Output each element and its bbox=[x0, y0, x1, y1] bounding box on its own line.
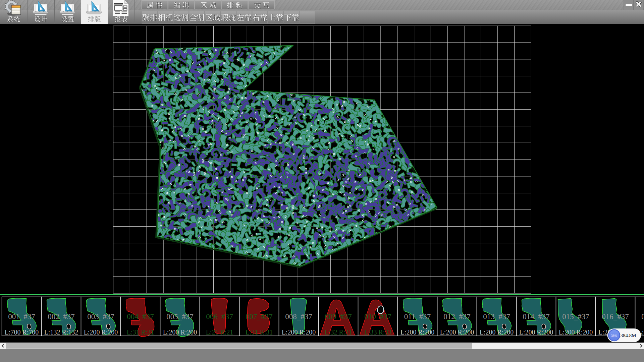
svg-text:005_#37: 005_#37 bbox=[166, 312, 194, 321]
svg-text:006_#37: 006_#37 bbox=[206, 312, 233, 321]
svg-text:L:200 R:200: L:200 R:200 bbox=[559, 328, 593, 336]
svg-text:L:200 R:200: L:200 R:200 bbox=[480, 328, 514, 336]
svg-text:384.8M: 384.8M bbox=[620, 333, 636, 338]
svg-text:011_#37: 011_#37 bbox=[404, 312, 431, 321]
svg-text:002_#37: 002_#37 bbox=[48, 312, 75, 321]
svg-text:L:33 R:33: L:33 R:33 bbox=[364, 328, 392, 336]
svg-text:38%: 38% bbox=[611, 334, 617, 338]
svg-text:009_#37: 009_#37 bbox=[325, 312, 352, 321]
svg-text:010_#37: 010_#37 bbox=[364, 312, 391, 321]
svg-text:L:31 R:31: L:31 R:31 bbox=[127, 328, 154, 336]
svg-text:014_#37: 014_#37 bbox=[523, 312, 550, 321]
svg-text:L:200 R:200: L:200 R:200 bbox=[84, 328, 118, 336]
svg-text:L:31 R:31: L:31 R:31 bbox=[246, 328, 273, 336]
svg-text:007_#37: 007_#37 bbox=[246, 312, 273, 321]
svg-text:L:132 R:132: L:132 R:132 bbox=[44, 328, 78, 336]
svg-text:L:21 R:21: L:21 R:21 bbox=[206, 328, 233, 336]
svg-text:004_#37: 004_#37 bbox=[127, 312, 154, 321]
svg-text:L:700 R:700: L:700 R:700 bbox=[5, 328, 39, 336]
svg-text:001_#37: 001_#37 bbox=[8, 312, 35, 321]
svg-text:L:200 R:200: L:200 R:200 bbox=[519, 328, 553, 336]
svg-text:L:32 R:31: L:32 R:31 bbox=[325, 328, 352, 336]
svg-text:012_#37: 012_#37 bbox=[443, 312, 471, 321]
svg-text:L:200 R:200: L:200 R:200 bbox=[282, 328, 316, 336]
svg-text:017_#37: 017_#37 bbox=[641, 312, 644, 321]
svg-text:015_#37: 015_#37 bbox=[562, 312, 589, 321]
svg-text:003_#37: 003_#37 bbox=[87, 312, 114, 321]
svg-text:008_#37: 008_#37 bbox=[285, 312, 312, 321]
svg-text:013_#37: 013_#37 bbox=[483, 312, 510, 321]
svg-text:L:200 R:200: L:200 R:200 bbox=[163, 328, 197, 336]
svg-text:L:200 R:200: L:200 R:200 bbox=[440, 328, 474, 336]
svg-text:L:200 R:200: L:200 R:200 bbox=[400, 328, 435, 336]
svg-text:016_#37: 016_#37 bbox=[602, 312, 629, 321]
